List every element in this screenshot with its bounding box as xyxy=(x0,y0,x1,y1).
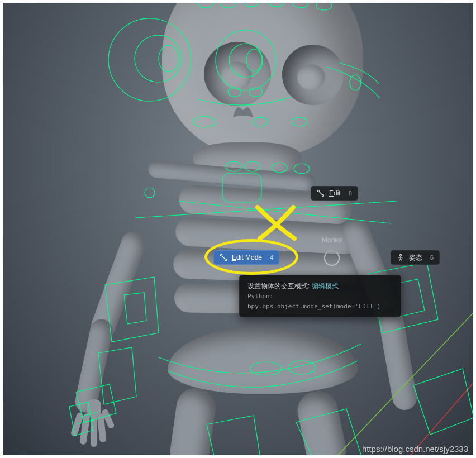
pie-menu-shortcut: 6 xyxy=(430,254,434,261)
tooltip-line-1: 设置物体的交互模式: 编辑模式 xyxy=(247,281,393,292)
svg-point-40 xyxy=(399,254,401,256)
pie-menu-center xyxy=(324,250,340,266)
pie-menu-label: Edit xyxy=(329,189,341,197)
pie-menu-edit-top[interactable]: Edit 8 xyxy=(311,186,358,201)
viewport-axes xyxy=(0,0,476,458)
annotation-x-mark xyxy=(254,204,299,243)
pose-icon xyxy=(397,254,404,261)
tooltip-python-line: Python: bpy.ops.object.mode_set(mode='ED… xyxy=(247,292,393,311)
pie-menu-header: Modes xyxy=(322,236,342,244)
annotation-circle xyxy=(204,239,298,275)
svg-line-44 xyxy=(399,259,401,261)
pie-menu-pose[interactable]: 姿态 6 xyxy=(391,250,440,265)
tooltip: 设置物体的交互模式: 编辑模式 Python: bpy.ops.object.m… xyxy=(239,275,401,317)
watermark: https://blog.csdn.net/sjy2333 xyxy=(362,444,468,454)
svg-line-6 xyxy=(335,310,476,458)
pie-menu-shortcut: 8 xyxy=(349,190,352,197)
viewport-3d[interactable]: Modes Edit 8 Edit Mode 4 姿态 6 设置物体的交互模式:… xyxy=(0,0,476,458)
svg-line-36 xyxy=(319,192,322,195)
svg-line-45 xyxy=(401,259,402,261)
pie-menu-label: 姿态 xyxy=(409,253,422,263)
bone-icon xyxy=(317,189,325,197)
